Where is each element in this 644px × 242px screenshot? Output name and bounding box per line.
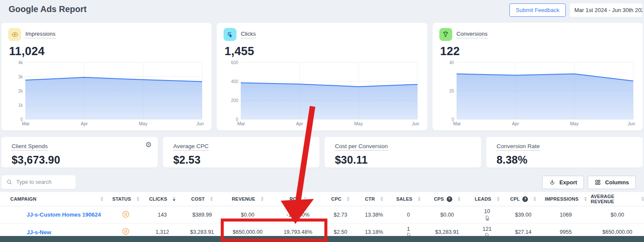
column-header-roi[interactable]: ROI bbox=[272, 192, 324, 206]
client-spends-card: Client Spends ⚙ $3,673.90 bbox=[1, 137, 158, 168]
sort-icon[interactable] bbox=[418, 197, 420, 201]
conversions-value: 122 bbox=[440, 45, 636, 58]
stat-cards-row: Client Spends ⚙ $3,673.90 Average CPC $2… bbox=[0, 137, 644, 168]
sort-icon[interactable] bbox=[380, 197, 383, 201]
export-button[interactable]: Export bbox=[542, 176, 584, 189]
column-header-clicks[interactable]: CLICKS bbox=[144, 192, 181, 206]
column-header-average-revenue[interactable]: AVERAGE REVENUE bbox=[591, 192, 644, 206]
column-header-campaign[interactable]: CAMPAIGN bbox=[0, 192, 107, 206]
sort-icon[interactable] bbox=[458, 197, 460, 201]
download-icon bbox=[549, 179, 555, 186]
column-header-leads[interactable]: LEADS bbox=[469, 192, 506, 206]
sort-icon[interactable] bbox=[101, 197, 103, 201]
cost-per-conversion-label[interactable]: Cost per Conversion bbox=[335, 143, 388, 151]
svg-text:Mar: Mar bbox=[453, 121, 461, 126]
average-cpc-label[interactable]: Average CPC bbox=[173, 143, 209, 151]
columns-button[interactable]: Columns bbox=[588, 176, 636, 189]
svg-text:Jun: Jun bbox=[628, 121, 635, 126]
column-header-cps[interactable]: CPS? bbox=[426, 192, 469, 206]
impressions-chart: 01k2k3k4kMarAprMayJun bbox=[8, 60, 205, 128]
column-header-sales[interactable]: SALES bbox=[391, 192, 426, 206]
sort-icon[interactable] bbox=[584, 197, 587, 201]
conversion-rate-label[interactable]: Conversion Rate bbox=[497, 143, 540, 151]
revenue-cell: $650,000.00 bbox=[224, 229, 272, 235]
svg-text:600: 600 bbox=[231, 60, 239, 65]
clicks-card: Clicks 1,455 0200400600MarAprMayJun bbox=[217, 23, 427, 130]
svg-text:Jun: Jun bbox=[196, 121, 204, 126]
help-icon[interactable]: ? bbox=[522, 196, 528, 202]
svg-text:Apr: Apr bbox=[296, 121, 304, 126]
cost-cell: $3,283.91 bbox=[181, 229, 224, 235]
svg-text:Mar: Mar bbox=[237, 121, 245, 126]
svg-text:40: 40 bbox=[449, 60, 454, 65]
impressions-card: Impressions 11,024 01k2k3k4kMarAprMayJun bbox=[1, 23, 212, 130]
sort-icon-desc-active[interactable] bbox=[173, 197, 175, 201]
column-header-ctr[interactable]: CTR bbox=[357, 192, 391, 206]
sort-icon[interactable] bbox=[304, 197, 307, 201]
gear-icon[interactable]: ⚙ bbox=[145, 141, 152, 149]
average-cpc-value: $2.53 bbox=[173, 154, 309, 166]
search-box[interactable] bbox=[1, 175, 76, 189]
campaign-link[interactable]: JJ-s-Custom Homes 190624 bbox=[27, 211, 101, 218]
cost-per-conversion-value: $30.11 bbox=[335, 154, 471, 166]
ctr-cell: 13.38% bbox=[357, 212, 391, 218]
client-spends-label[interactable]: Client Spends bbox=[12, 143, 48, 151]
date-range-picker[interactable]: Mar 1st 2024 - Jun 30th 202 bbox=[570, 3, 642, 17]
svg-text:200: 200 bbox=[231, 98, 239, 103]
cost-cell: $389.99 bbox=[181, 212, 224, 218]
conversions-card: Conversions 122 02040MarAprMayJun bbox=[432, 23, 643, 130]
clicks-cell: 1,312 bbox=[144, 229, 181, 235]
svg-text:4k: 4k bbox=[18, 60, 23, 65]
document-icon bbox=[485, 215, 490, 221]
svg-text:Apr: Apr bbox=[512, 121, 519, 126]
clicks-value: 1,455 bbox=[224, 45, 420, 58]
column-header-cpc[interactable]: CPC bbox=[324, 192, 357, 206]
svg-text:May: May bbox=[354, 121, 363, 126]
conversions-label[interactable]: Conversions bbox=[457, 31, 488, 38]
sort-icon[interactable] bbox=[261, 197, 264, 201]
impressions-value: 11,024 bbox=[9, 45, 205, 58]
help-icon[interactable]: ? bbox=[447, 196, 452, 202]
sort-icon[interactable] bbox=[210, 197, 213, 201]
search-input[interactable] bbox=[16, 179, 68, 185]
clicks-chart: 0200400600MarAprMayJun bbox=[224, 60, 420, 128]
svg-text:Apr: Apr bbox=[81, 121, 88, 126]
cpl-cell: $27.14 bbox=[506, 229, 541, 235]
submit-feedback-button[interactable]: Submit Feedback bbox=[509, 3, 566, 17]
sort-icon[interactable] bbox=[534, 197, 536, 201]
metric-cards-row: Impressions 11,024 01k2k3k4kMarAprMayJun… bbox=[0, 23, 644, 130]
svg-text:1k: 1k bbox=[18, 103, 23, 108]
pause-status-icon[interactable] bbox=[122, 210, 130, 218]
sort-icon[interactable] bbox=[137, 197, 139, 201]
svg-text:2k: 2k bbox=[18, 89, 23, 93]
svg-text:3k: 3k bbox=[18, 74, 23, 79]
column-header-cost[interactable]: COST bbox=[181, 192, 224, 206]
leads-cell[interactable]: 10 bbox=[484, 209, 490, 221]
clicks-label[interactable]: Clicks bbox=[241, 31, 256, 38]
sort-icon[interactable] bbox=[497, 197, 500, 201]
sales-cell: 0 bbox=[391, 212, 426, 218]
pause-status-icon[interactable] bbox=[122, 227, 130, 236]
sort-icon[interactable] bbox=[347, 197, 350, 201]
column-header-revenue[interactable]: REVENUE bbox=[224, 192, 272, 206]
impressions-label[interactable]: Impressions bbox=[25, 31, 55, 38]
svg-text:Mar: Mar bbox=[22, 121, 30, 126]
conversions-chart: 02040MarAprMayJun bbox=[439, 60, 636, 128]
cpl-cell: $39.00 bbox=[506, 212, 541, 218]
cpc-cell: $2.50 bbox=[324, 229, 357, 235]
svg-text:May: May bbox=[570, 121, 579, 126]
columns-button-label: Columns bbox=[605, 179, 629, 186]
column-header-impressions[interactable]: IMPRESSIONS bbox=[541, 192, 591, 206]
top-bar: Google Ads Report Submit Feedback Mar 1s… bbox=[0, 0, 644, 19]
cpc-cell: $2.73 bbox=[324, 212, 357, 218]
page-title: Google Ads Report bbox=[9, 3, 86, 14]
search-icon bbox=[6, 179, 12, 185]
sort-icon[interactable] bbox=[641, 197, 644, 201]
click-cursor-icon bbox=[224, 28, 236, 41]
campaign-link[interactable]: JJ-s-New bbox=[27, 229, 51, 236]
campaigns-table: CAMPAIGN STATUS CLICKS COST REVENUE ROI … bbox=[0, 192, 644, 241]
revenue-cell: $0.00 bbox=[224, 212, 272, 218]
column-header-status[interactable]: STATUS bbox=[107, 192, 144, 206]
column-header-cpl[interactable]: CPL? bbox=[506, 192, 541, 206]
svg-text:400: 400 bbox=[231, 79, 239, 84]
